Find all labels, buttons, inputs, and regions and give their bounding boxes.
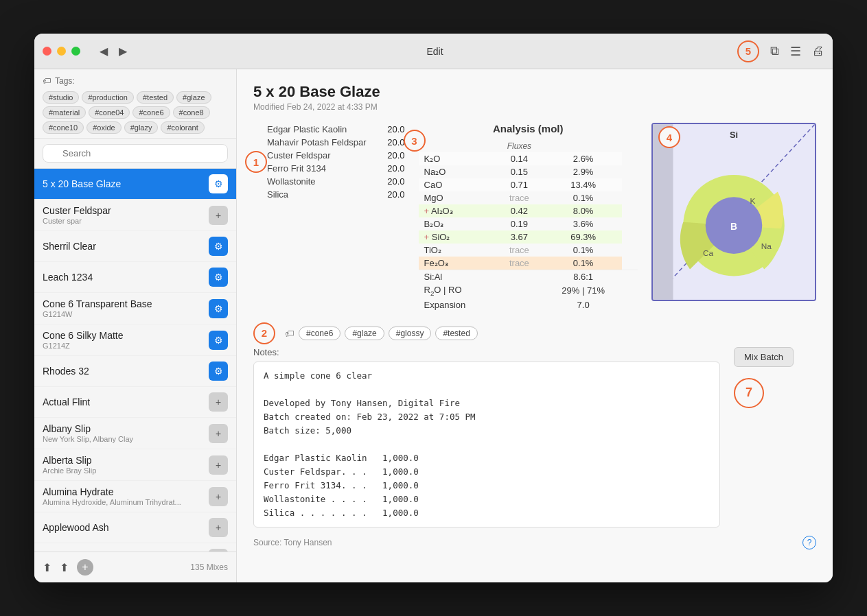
list-item[interactable]: Applewood Ash+: [34, 512, 236, 543]
mixes-count: 135 Mixes: [190, 562, 228, 572]
list-item[interactable]: Alumina HydrateAlumina Hydroxide, Alumin…: [34, 481, 236, 512]
tag-chip[interactable]: #tested: [137, 91, 174, 104]
ingredient-row: Edgar Plastic Kaolin20.0: [267, 123, 405, 136]
list-item-name: Cone 6 Transparent Base: [43, 298, 209, 309]
chemical-name: CaO: [419, 178, 494, 191]
search-input[interactable]: [43, 144, 228, 163]
chemical-value: 0.15: [494, 165, 545, 178]
tag-chip[interactable]: #material: [43, 106, 86, 119]
tag-chip[interactable]: #oxide: [86, 121, 121, 134]
gear-icon: ⚙: [209, 174, 228, 193]
chemical-name: B₂O₃: [419, 217, 494, 230]
tag-chip[interactable]: #glaze: [176, 91, 211, 104]
tags-grid: #studio#production#tested#glaze#material…: [43, 91, 228, 134]
tag-chip[interactable]: #production: [82, 91, 134, 104]
list-item[interactable]: Rhodes 32⚙: [34, 356, 236, 387]
plus-icon: +: [209, 206, 228, 225]
ingredients-table: Edgar Plastic Kaolin20.0Mahavir Potash F…: [267, 123, 405, 201]
share-button[interactable]: ⬆: [60, 561, 69, 574]
tag-chip[interactable]: #studio: [43, 91, 79, 104]
chemical-value: 0.14: [494, 152, 545, 165]
step-2-indicator: 2: [253, 322, 275, 344]
gear-icon: ⚙: [209, 237, 228, 256]
fullscreen-button[interactable]: [71, 47, 80, 56]
analysis-table: Fluxes K₂O0.142.6%Na₂O0.152.9%CaO0.7113.…: [419, 140, 638, 311]
list-item[interactable]: Sherril Clear⚙: [34, 231, 236, 262]
gear-icon: ⚙: [209, 362, 228, 381]
list-item[interactable]: Actual Flint+: [34, 387, 236, 418]
ingredient-amount: 20.0: [380, 176, 405, 187]
chart-svg: Al Si: [653, 124, 815, 300]
chemical-value: 3.67: [494, 230, 545, 244]
list-item-sub: New York Slip, Albany Clay: [43, 435, 209, 443]
plus-icon: +: [209, 392, 228, 412]
list-item[interactable]: Cone 6 Transparent BaseG1214W⚙: [34, 293, 236, 324]
help-button[interactable]: ?: [802, 536, 816, 549]
tag-icon-detail: 🏷: [285, 328, 294, 339]
chemical-percent: 0.1%: [544, 244, 622, 257]
list-item[interactable]: Albany SlipNew York Slip, Albany Clay+: [34, 418, 236, 449]
list-item[interactable]: Custer FeldsparCuster spar+: [34, 200, 236, 231]
list-item[interactable]: Avery Kaolin+: [34, 543, 236, 552]
svg-rect-2: [653, 124, 673, 300]
close-button[interactable]: [43, 47, 51, 56]
export-button[interactable]: ⬆: [43, 561, 51, 574]
list-item-name: Alberta Slip: [43, 455, 209, 466]
chemical-name: K₂O: [419, 152, 494, 165]
tag-chip[interactable]: #cone04: [89, 106, 130, 119]
sidebar: 🏷 Tags: #studio#production#tested#glaze#…: [34, 69, 237, 582]
list-item[interactable]: Leach 1234⚙: [34, 262, 236, 293]
chemical-value: 0.71: [494, 178, 545, 191]
r2o-ro-value: 29% | 71%: [544, 283, 622, 298]
notes-icon[interactable]: ☰: [790, 44, 801, 59]
analysis-section: 3 Analysis (mol) Fluxes K₂O0.142.6%Na₂O0…: [419, 123, 638, 311]
ingredient-row: Silica20.0: [267, 188, 405, 201]
tag-chip[interactable]: #colorant: [161, 121, 204, 134]
analysis-title: Analysis (mol): [419, 123, 638, 134]
step-4-indicator: 4: [658, 126, 680, 148]
minimize-button[interactable]: [57, 47, 66, 56]
detail-tag[interactable]: #tested: [435, 327, 477, 340]
list-item[interactable]: Alberta SlipArchie Bray Slip+: [34, 449, 236, 481]
ingredient-row: Ferro Frit 313420.0: [267, 162, 405, 175]
plus-icon: +: [209, 518, 228, 537]
tags-section: 🏷 Tags: #studio#production#tested#glaze#…: [34, 69, 236, 139]
mix-batch-button[interactable]: Mix Batch: [734, 347, 794, 367]
tag-chip[interactable]: #cone8: [173, 106, 210, 119]
list-item[interactable]: Cone 6 Silky MatteG1214Z⚙: [34, 324, 236, 356]
list-item[interactable]: 5 x 20 Base Glaze⚙: [34, 169, 236, 200]
detail-header: 5 x 20 Base Glaze Modified Feb 24, 2022 …: [253, 83, 816, 112]
tag-chip[interactable]: #cone6: [132, 106, 170, 119]
sidebar-footer: ⬆ ⬆ + 135 Mixes: [34, 552, 236, 582]
ingredient-name: Mahavir Potash Feldspar: [267, 137, 367, 147]
detail-tag[interactable]: #glaze: [345, 327, 384, 340]
list-item-name: Custer Feldspar: [43, 205, 209, 216]
chemical-value: 0.42: [494, 204, 545, 217]
list-item-name: Cone 6 Silky Matte: [43, 330, 209, 341]
chemical-name: MgO: [419, 191, 494, 204]
edit-label: Edit: [426, 46, 443, 57]
back-button[interactable]: ◀: [94, 42, 113, 61]
app-window: ◀ ▶ Edit 5 ⧉ ☰ 🖨 🏷 Tags: #studio#product…: [34, 34, 833, 582]
step-1-indicator: 1: [245, 151, 267, 173]
tag-chip[interactable]: #glazy: [124, 121, 159, 134]
plus-icon: +: [209, 455, 228, 475]
detail-tag[interactable]: #cone6: [299, 327, 340, 340]
chart-section: 4 Al Si: [651, 123, 816, 301]
detail-tag[interactable]: #glossy: [389, 327, 432, 340]
chemical-name: + SiO₂: [419, 230, 494, 244]
add-button[interactable]: +: [77, 559, 93, 576]
tag-chip[interactable]: #cone10: [43, 121, 84, 134]
list-item-name: Rhodes 32: [43, 366, 209, 377]
duplicate-icon[interactable]: ⧉: [770, 44, 779, 58]
ingredient-amount: 20.0: [380, 189, 405, 200]
print-icon[interactable]: 🖨: [812, 44, 824, 58]
chemical-percent: 0.1%: [544, 257, 622, 270]
detail-panel: 5 x 20 Base Glaze Modified Feb 24, 2022 …: [237, 69, 833, 582]
chemical-percent: 8.0%: [544, 204, 622, 217]
svg-text:Ca: Ca: [703, 248, 714, 258]
list-item-name: Sherril Clear: [43, 241, 209, 252]
chemical-value: trace: [494, 244, 545, 257]
forward-button[interactable]: ▶: [113, 42, 132, 61]
fluxes-header: Fluxes: [494, 140, 545, 152]
